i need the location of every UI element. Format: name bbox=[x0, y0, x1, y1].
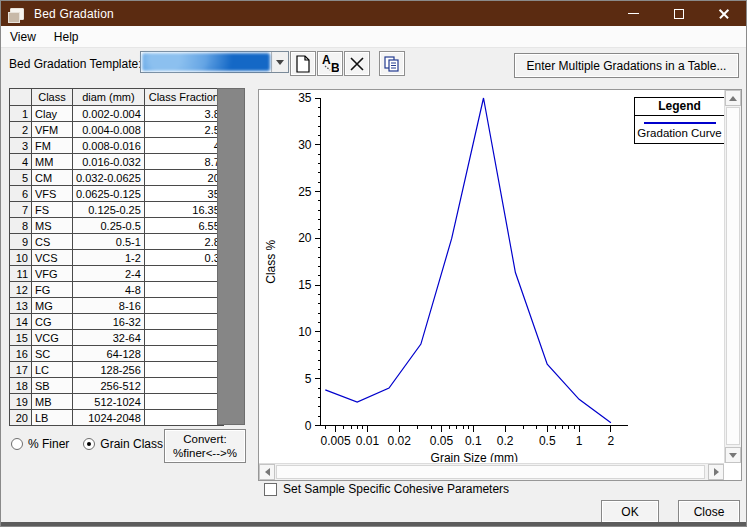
grid-cell-fraction[interactable] bbox=[144, 394, 223, 410]
grid-cell-fraction[interactable] bbox=[144, 378, 223, 394]
grid-cell-class[interactable]: CG bbox=[32, 314, 73, 330]
grid-row-number: 4 bbox=[10, 154, 32, 170]
table-row: 1Clay0.002-0.0043.8 bbox=[10, 106, 224, 122]
scroll-down-button[interactable] bbox=[725, 447, 741, 463]
ok-button[interactable]: OK bbox=[601, 500, 659, 523]
grid-cell-diam[interactable]: 0.004-0.008 bbox=[73, 122, 145, 138]
cohesive-params-checkbox[interactable] bbox=[264, 483, 277, 496]
grid-cell-fraction[interactable]: 2.5 bbox=[144, 122, 223, 138]
grid-cell-diam[interactable]: 8-16 bbox=[73, 298, 145, 314]
grid-cell-fraction[interactable] bbox=[144, 346, 223, 362]
grid-cell-class[interactable]: Clay bbox=[32, 106, 73, 122]
delete-template-button[interactable] bbox=[344, 51, 370, 76]
grid-cell-class[interactable]: FG bbox=[32, 282, 73, 298]
grid-cell-class[interactable]: LC bbox=[32, 362, 73, 378]
grid-cell-class[interactable]: FM bbox=[32, 138, 73, 154]
grid-cell-class[interactable]: MB bbox=[32, 394, 73, 410]
grid-cell-class[interactable]: MS bbox=[32, 218, 73, 234]
grid-cell-diam[interactable]: 128-256 bbox=[73, 362, 145, 378]
combobox-dropdown-button[interactable] bbox=[271, 52, 288, 72]
cohesive-params-label[interactable]: Set Sample Specific Cohesive Parameters bbox=[283, 482, 509, 496]
copy-template-button[interactable] bbox=[379, 51, 405, 76]
grid-cell-fraction[interactable] bbox=[144, 282, 223, 298]
grid-cell-diam[interactable]: 256-512 bbox=[73, 378, 145, 394]
grid-cell-fraction[interactable] bbox=[144, 330, 223, 346]
svg-text:0.01: 0.01 bbox=[356, 434, 380, 448]
grid-cell-class[interactable]: SB bbox=[32, 378, 73, 394]
scroll-left-button[interactable] bbox=[259, 464, 275, 480]
table-row: 12FG4-8 bbox=[10, 282, 224, 298]
gradation-chart-panel: 051015202530350.0050.010.020.050.10.20.5… bbox=[258, 89, 742, 481]
grid-cell-fraction[interactable] bbox=[144, 362, 223, 378]
menu-view[interactable]: View bbox=[1, 28, 45, 46]
new-template-button[interactable] bbox=[290, 51, 316, 76]
convert-button[interactable]: Convert: %finer<-->% bbox=[164, 429, 246, 463]
grid-cell-class[interactable]: VCG bbox=[32, 330, 73, 346]
grid-cell-fraction[interactable]: 0.3 bbox=[144, 250, 223, 266]
grid-cell-class[interactable]: MM bbox=[32, 154, 73, 170]
grid-cell-fraction[interactable]: 35 bbox=[144, 186, 223, 202]
grid-cell-class[interactable]: VFS bbox=[32, 186, 73, 202]
grid-cell-class[interactable]: LB bbox=[32, 410, 73, 426]
grid-cell-diam[interactable]: 1024-2048 bbox=[73, 410, 145, 426]
close-button[interactable] bbox=[701, 1, 746, 26]
minimize-button[interactable] bbox=[611, 1, 656, 26]
grid-row-number: 14 bbox=[10, 314, 32, 330]
close-dialog-button[interactable]: Close bbox=[678, 500, 740, 523]
grid-cell-fraction[interactable]: 2.8 bbox=[144, 234, 223, 250]
chart-vertical-scrollbar[interactable] bbox=[724, 90, 741, 463]
grid-cell-fraction[interactable] bbox=[144, 298, 223, 314]
chart-legend: Legend Gradation Curve bbox=[634, 97, 725, 144]
template-combobox[interactable] bbox=[140, 51, 289, 73]
grid-cell-fraction[interactable] bbox=[144, 266, 223, 282]
grid-cell-class[interactable]: VCS bbox=[32, 250, 73, 266]
grid-cell-fraction[interactable]: 4 bbox=[144, 138, 223, 154]
grid-cell-diam[interactable]: 0.25-0.5 bbox=[73, 218, 145, 234]
grid-cell-class[interactable]: CS bbox=[32, 234, 73, 250]
grid-cell-diam[interactable]: 32-64 bbox=[73, 330, 145, 346]
grid-cell-fraction[interactable] bbox=[144, 410, 223, 426]
grid-cell-diam[interactable]: 512-1024 bbox=[73, 394, 145, 410]
grid-cell-fraction[interactable]: 16.35 bbox=[144, 202, 223, 218]
grid-cell-class[interactable]: CM bbox=[32, 170, 73, 186]
grid-cell-diam[interactable]: 0.008-0.016 bbox=[73, 138, 145, 154]
grid-cell-diam[interactable]: 0.032-0.0625 bbox=[73, 170, 145, 186]
grid-cell-fraction[interactable]: 8.7 bbox=[144, 154, 223, 170]
arrow-right-icon bbox=[714, 468, 719, 476]
grid-cell-diam[interactable]: 0.5-1 bbox=[73, 234, 145, 250]
grid-cell-diam[interactable]: 0.016-0.032 bbox=[73, 154, 145, 170]
grid-cell-fraction[interactable] bbox=[144, 314, 223, 330]
grid-cell-diam[interactable]: 0.125-0.25 bbox=[73, 202, 145, 218]
grid-cell-class[interactable]: VFG bbox=[32, 266, 73, 282]
vertical-scroll-thumb[interactable] bbox=[726, 107, 740, 445]
grid-cell-diam[interactable]: 64-128 bbox=[73, 346, 145, 362]
grid-cell-class[interactable]: SC bbox=[32, 346, 73, 362]
grid-cell-fraction[interactable]: 6.55 bbox=[144, 218, 223, 234]
grid-cell-diam[interactable]: 0.0625-0.125 bbox=[73, 186, 145, 202]
new-template-icon bbox=[295, 55, 311, 73]
scroll-up-button[interactable] bbox=[725, 90, 741, 106]
menu-help[interactable]: Help bbox=[45, 28, 88, 46]
grid-cell-diam[interactable]: 1-2 bbox=[73, 250, 145, 266]
maximize-button[interactable] bbox=[656, 1, 701, 26]
grid-cell-class[interactable]: MG bbox=[32, 298, 73, 314]
grid-cell-diam[interactable]: 2-4 bbox=[73, 266, 145, 282]
svg-text:5: 5 bbox=[305, 372, 312, 386]
grid-cell-fraction[interactable]: 20 bbox=[144, 170, 223, 186]
enter-multiple-gradations-button[interactable]: Enter Multiple Gradations in a Table... bbox=[514, 53, 739, 78]
grid-cell-diam[interactable]: 0.002-0.004 bbox=[73, 106, 145, 122]
grid-cell-diam[interactable]: 16-32 bbox=[73, 314, 145, 330]
percent-finer-label[interactable]: % Finer bbox=[28, 437, 69, 451]
grid-cell-fraction[interactable]: 3.8 bbox=[144, 106, 223, 122]
chart-horizontal-scrollbar[interactable] bbox=[259, 463, 724, 480]
rename-template-button[interactable]: A B bbox=[317, 51, 343, 76]
scroll-right-button[interactable] bbox=[708, 464, 724, 480]
svg-text:B: B bbox=[331, 61, 339, 73]
percent-finer-radio[interactable] bbox=[11, 438, 23, 450]
svg-text:35: 35 bbox=[298, 91, 312, 105]
grid-cell-class[interactable]: VFM bbox=[32, 122, 73, 138]
horizontal-scroll-thumb[interactable] bbox=[276, 465, 705, 479]
grid-cell-diam[interactable]: 4-8 bbox=[73, 282, 145, 298]
grain-class-radio[interactable] bbox=[83, 438, 95, 450]
grid-cell-class[interactable]: FS bbox=[32, 202, 73, 218]
